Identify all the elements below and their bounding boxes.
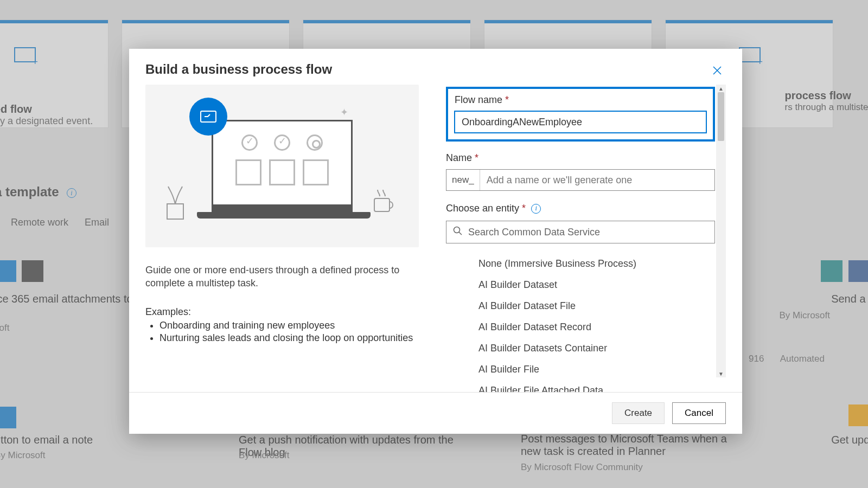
create-button[interactable]: Create — [612, 402, 665, 424]
entity-option[interactable]: AI Builder Datasets Container — [446, 338, 715, 359]
example-item: Onboarding and training new employees — [159, 320, 419, 331]
modal-left-panel: ✦ — [145, 85, 419, 392]
entity-label-text: Choose an entity — [446, 203, 519, 214]
entity-option[interactable]: None (Immersive Business Process) — [446, 253, 715, 274]
form-scrollbar[interactable]: ▲ ▼ — [716, 85, 726, 377]
entity-option[interactable]: AI Builder Dataset Record — [446, 317, 715, 338]
name-input[interactable] — [480, 170, 714, 190]
scroll-down-icon: ▼ — [718, 371, 724, 376]
modal-description: Guide one or more end-users through a de… — [145, 264, 419, 290]
flow-name-input[interactable] — [455, 111, 706, 133]
entity-search-box[interactable] — [446, 221, 715, 243]
svg-rect-1 — [167, 204, 183, 219]
modal-footer: Create Cancel — [129, 392, 742, 434]
search-icon — [453, 226, 463, 238]
required-indicator: * — [522, 203, 526, 214]
svg-rect-2 — [374, 198, 390, 211]
close-icon — [713, 66, 722, 75]
name-input-wrapper: new_ — [446, 169, 715, 191]
required-indicator: * — [475, 152, 478, 163]
scroll-thumb[interactable] — [718, 92, 724, 141]
cancel-button[interactable]: Cancel — [672, 402, 726, 424]
name-label-text: Name — [446, 152, 472, 163]
entity-option[interactable]: AI Builder Dataset File — [446, 296, 715, 317]
entity-search-input[interactable] — [468, 227, 708, 238]
name-prefix: new_ — [446, 170, 480, 190]
entity-list: None (Immersive Business Process) AI Bui… — [446, 253, 715, 392]
entity-option[interactable]: AI Builder File — [446, 359, 715, 380]
info-icon[interactable]: i — [531, 204, 541, 214]
entity-label: Choose an entity * — [446, 203, 526, 214]
entity-field-group: Choose an entity * i None (Immersive Bus… — [446, 203, 715, 392]
modal-title: Build a business process flow — [145, 62, 332, 77]
examples-list: Onboarding and training new employees Nu… — [145, 320, 419, 344]
required-indicator: * — [505, 94, 509, 105]
build-bpf-modal: Build a business process flow ✦ — [129, 49, 742, 434]
modal-header: Build a business process flow — [129, 49, 742, 85]
example-item: Nurturing sales leads and closing the lo… — [159, 332, 419, 344]
flow-icon — [189, 98, 227, 136]
flow-name-label: Flow name * — [455, 94, 706, 106]
entity-option[interactable]: AI Builder Dataset — [446, 274, 715, 296]
scroll-up-icon: ▲ — [718, 86, 724, 91]
flow-name-label-text: Flow name — [455, 94, 502, 105]
name-field-group: Name * new_ — [446, 152, 715, 191]
entity-option[interactable]: AI Builder File Attached Data — [446, 380, 715, 392]
bpf-illustration: ✦ — [145, 85, 419, 247]
modal-form-panel: ▲ ▼ Flow name * Name * new_ — [446, 85, 726, 392]
svg-point-3 — [454, 227, 460, 233]
flow-name-highlight: Flow name * — [446, 87, 715, 142]
examples-label: Examples: — [145, 306, 419, 318]
name-label: Name * — [446, 152, 715, 164]
close-button[interactable] — [709, 62, 726, 79]
